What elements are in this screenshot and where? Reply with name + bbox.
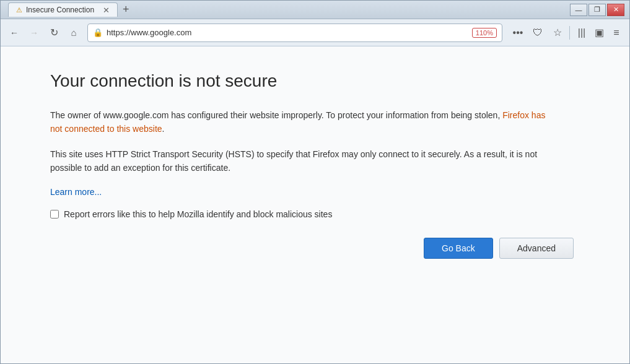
back-button[interactable]: ← bbox=[6, 24, 23, 41]
error-heading: Your connection is not secure bbox=[50, 71, 580, 91]
browser-window: ⚠ Insecure Connection ✕ + — ❐ ✕ ← → ↻ ⌂ … bbox=[0, 0, 630, 364]
tab-close-button[interactable]: ✕ bbox=[103, 6, 110, 14]
new-tab-button[interactable]: + bbox=[120, 3, 132, 16]
restore-button[interactable]: ❐ bbox=[588, 4, 606, 16]
toolbar-icons: ••• 🛡 ☆ bbox=[510, 25, 566, 41]
paragraph1: The owner of www.google.com has configur… bbox=[50, 108, 558, 136]
address-bar[interactable]: 🔒 https://www.google.com 110% bbox=[87, 24, 502, 42]
tab-title: Insecure Connection bbox=[26, 6, 94, 14]
zoom-badge: 110% bbox=[472, 28, 497, 38]
close-button[interactable]: ✕ bbox=[607, 4, 624, 16]
bookmark-button[interactable]: ☆ bbox=[549, 25, 566, 41]
checkbox-row: Report errors like this to help Mozilla … bbox=[50, 209, 580, 219]
forward-button[interactable]: → bbox=[25, 24, 43, 41]
tab-warning-icon: ⚠ bbox=[16, 6, 22, 14]
paragraph1-after: . bbox=[162, 124, 165, 134]
reload-button[interactable]: ↻ bbox=[45, 24, 63, 41]
more-button[interactable]: ••• bbox=[510, 25, 526, 41]
paragraph2: This site uses HTTP Strict Transport Sec… bbox=[50, 147, 558, 175]
advanced-button[interactable]: Advanced bbox=[499, 238, 574, 259]
sidebar-button[interactable]: ▣ bbox=[591, 25, 607, 41]
home-button[interactable]: ⌂ bbox=[65, 24, 82, 41]
paragraph1-before: The owner of www.google.com has configur… bbox=[50, 110, 502, 120]
go-back-button[interactable]: Go Back bbox=[424, 238, 493, 259]
toolbar-separator bbox=[569, 26, 570, 40]
window-controls: — ❐ ✕ bbox=[570, 4, 624, 16]
toolbar-right: ||| ▣ ≡ bbox=[574, 25, 624, 41]
page-content: Your connection is not secure The owner … bbox=[1, 46, 629, 363]
shield-button[interactable]: 🛡 bbox=[530, 25, 546, 41]
menu-button[interactable]: ≡ bbox=[608, 25, 624, 41]
report-checkbox[interactable] bbox=[50, 210, 59, 219]
checkbox-label: Report errors like this to help Mozilla … bbox=[64, 209, 332, 219]
toolbar: ← → ↻ ⌂ 🔒 https://www.google.com 110% ••… bbox=[1, 19, 629, 46]
library-button[interactable]: ||| bbox=[574, 25, 590, 41]
button-row: Go Back Advanced bbox=[50, 238, 580, 259]
lock-icon: 🔒 bbox=[93, 28, 103, 37]
url-text: https://www.google.com bbox=[107, 28, 468, 37]
minimize-button[interactable]: — bbox=[570, 4, 587, 16]
learn-more-link[interactable]: Learn more... bbox=[50, 187, 102, 197]
active-tab[interactable]: ⚠ Insecure Connection ✕ bbox=[8, 2, 118, 17]
titlebar: ⚠ Insecure Connection ✕ + — ❐ ✕ bbox=[1, 1, 629, 19]
